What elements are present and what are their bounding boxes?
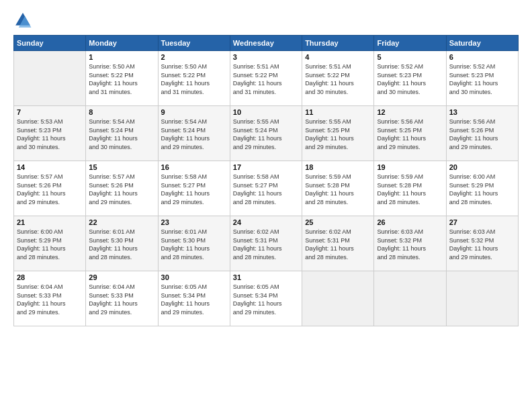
day-number: 3 [233,53,299,61]
weekday-header: Wednesday [230,36,302,51]
day-info: Sunrise: 5:59 AM Sunset: 5:28 PM Dayligh… [377,173,443,206]
day-info: Sunrise: 5:58 AM Sunset: 5:27 PM Dayligh… [233,173,299,206]
header-area [13,11,519,30]
calendar-cell: 3Sunrise: 5:51 AM Sunset: 5:22 PM Daylig… [230,51,302,106]
day-number: 1 [89,53,154,61]
day-info: Sunrise: 6:02 AM Sunset: 5:31 PM Dayligh… [233,228,299,261]
day-info: Sunrise: 5:50 AM Sunset: 5:22 PM Dayligh… [89,62,154,96]
calendar-cell: 10Sunrise: 5:55 AM Sunset: 5:24 PM Dayli… [230,106,302,161]
day-info: Sunrise: 5:51 AM Sunset: 5:22 PM Dayligh… [305,62,371,96]
day-info: Sunrise: 5:55 AM Sunset: 5:24 PM Dayligh… [233,118,299,151]
day-number: 8 [89,108,154,116]
calendar-cell: 15Sunrise: 5:57 AM Sunset: 5:26 PM Dayli… [86,161,158,216]
day-info: Sunrise: 6:00 AM Sunset: 5:29 PM Dayligh… [449,173,515,206]
day-number: 7 [17,108,83,116]
calendar-cell: 7Sunrise: 5:53 AM Sunset: 5:23 PM Daylig… [14,106,86,161]
day-number: 17 [233,163,299,171]
day-number: 14 [17,163,83,171]
calendar-cell: 26Sunrise: 6:03 AM Sunset: 5:32 PM Dayli… [374,216,446,271]
calendar-cell: 27Sunrise: 6:03 AM Sunset: 5:32 PM Dayli… [446,216,518,271]
day-number: 15 [89,163,154,171]
weekday-header: Monday [86,36,158,51]
day-number: 22 [89,218,154,226]
day-info: Sunrise: 5:58 AM Sunset: 5:27 PM Dayligh… [161,173,227,206]
weekday-header-row: SundayMondayTuesdayWednesdayThursdayFrid… [14,36,519,51]
day-info: Sunrise: 6:02 AM Sunset: 5:31 PM Dayligh… [305,228,371,261]
calendar-cell: 17Sunrise: 5:58 AM Sunset: 5:27 PM Dayli… [230,161,302,216]
day-number: 23 [161,218,227,226]
calendar-cell: 18Sunrise: 5:59 AM Sunset: 5:28 PM Dayli… [302,161,374,216]
day-number: 2 [161,53,227,61]
day-number: 30 [161,273,227,281]
calendar-cell: 16Sunrise: 5:58 AM Sunset: 5:27 PM Dayli… [158,161,230,216]
day-number: 6 [449,53,515,61]
day-info: Sunrise: 5:57 AM Sunset: 5:26 PM Dayligh… [89,173,154,206]
day-number: 19 [377,163,443,171]
day-number: 31 [233,273,299,281]
calendar-cell: 11Sunrise: 5:55 AM Sunset: 5:25 PM Dayli… [302,106,374,161]
calendar-cell: 23Sunrise: 6:01 AM Sunset: 5:30 PM Dayli… [158,216,230,271]
calendar-cell: 1Sunrise: 5:50 AM Sunset: 5:22 PM Daylig… [86,51,158,106]
day-number: 20 [449,163,515,171]
day-number: 12 [377,108,443,116]
weekday-header: Thursday [302,36,374,51]
day-number: 10 [233,108,299,116]
calendar-cell [14,51,86,106]
day-number: 25 [305,218,371,226]
day-number: 27 [449,218,515,226]
day-number: 9 [161,108,227,116]
calendar-cell: 22Sunrise: 6:01 AM Sunset: 5:30 PM Dayli… [86,216,158,271]
calendar-cell: 19Sunrise: 5:59 AM Sunset: 5:28 PM Dayli… [374,161,446,216]
day-info: Sunrise: 6:05 AM Sunset: 5:34 PM Dayligh… [233,283,299,316]
day-number: 28 [17,273,83,281]
calendar-cell: 31Sunrise: 6:05 AM Sunset: 5:34 PM Dayli… [230,271,302,326]
day-number: 21 [17,218,83,226]
calendar-cell: 28Sunrise: 6:04 AM Sunset: 5:33 PM Dayli… [14,271,86,326]
calendar-cell: 25Sunrise: 6:02 AM Sunset: 5:31 PM Dayli… [302,216,374,271]
calendar-week-row: 28Sunrise: 6:04 AM Sunset: 5:33 PM Dayli… [14,271,519,326]
logo-icon [13,11,32,30]
calendar-cell: 30Sunrise: 6:05 AM Sunset: 5:34 PM Dayli… [158,271,230,326]
day-number: 16 [161,163,227,171]
day-number: 4 [305,53,371,61]
weekday-header: Tuesday [158,36,230,51]
day-info: Sunrise: 5:50 AM Sunset: 5:22 PM Dayligh… [161,62,227,96]
calendar-cell: 13Sunrise: 5:56 AM Sunset: 5:26 PM Dayli… [446,106,518,161]
calendar-week-row: 21Sunrise: 6:00 AM Sunset: 5:29 PM Dayli… [14,216,519,271]
calendar-week-row: 1Sunrise: 5:50 AM Sunset: 5:22 PM Daylig… [14,51,519,106]
day-info: Sunrise: 5:57 AM Sunset: 5:26 PM Dayligh… [17,173,83,206]
day-info: Sunrise: 5:54 AM Sunset: 5:24 PM Dayligh… [161,118,227,151]
calendar-cell: 6Sunrise: 5:52 AM Sunset: 5:23 PM Daylig… [446,51,518,106]
calendar-page: SundayMondayTuesdayWednesdayThursdayFrid… [0,0,532,411]
day-info: Sunrise: 6:01 AM Sunset: 5:30 PM Dayligh… [89,228,154,261]
calendar-cell: 9Sunrise: 5:54 AM Sunset: 5:24 PM Daylig… [158,106,230,161]
day-number: 11 [305,108,371,116]
logo [13,11,35,30]
calendar-cell: 20Sunrise: 6:00 AM Sunset: 5:29 PM Dayli… [446,161,518,216]
day-info: Sunrise: 5:52 AM Sunset: 5:23 PM Dayligh… [377,62,443,96]
calendar-cell: 8Sunrise: 5:54 AM Sunset: 5:24 PM Daylig… [86,106,158,161]
calendar-week-row: 7Sunrise: 5:53 AM Sunset: 5:23 PM Daylig… [14,106,519,161]
calendar-cell: 2Sunrise: 5:50 AM Sunset: 5:22 PM Daylig… [158,51,230,106]
day-info: Sunrise: 5:56 AM Sunset: 5:25 PM Dayligh… [377,118,443,151]
day-number: 13 [449,108,515,116]
calendar-cell: 24Sunrise: 6:02 AM Sunset: 5:31 PM Dayli… [230,216,302,271]
day-info: Sunrise: 5:52 AM Sunset: 5:23 PM Dayligh… [449,62,515,96]
day-number: 24 [233,218,299,226]
calendar-cell: 5Sunrise: 5:52 AM Sunset: 5:23 PM Daylig… [374,51,446,106]
day-info: Sunrise: 6:04 AM Sunset: 5:33 PM Dayligh… [17,283,83,316]
day-info: Sunrise: 5:54 AM Sunset: 5:24 PM Dayligh… [89,118,154,151]
weekday-header: Sunday [14,36,86,51]
calendar-cell: 21Sunrise: 6:00 AM Sunset: 5:29 PM Dayli… [14,216,86,271]
day-info: Sunrise: 6:04 AM Sunset: 5:33 PM Dayligh… [89,283,154,316]
calendar-table: SundayMondayTuesdayWednesdayThursdayFrid… [13,35,519,326]
calendar-cell [302,271,374,326]
day-number: 18 [305,163,371,171]
day-info: Sunrise: 6:05 AM Sunset: 5:34 PM Dayligh… [161,283,227,316]
day-info: Sunrise: 5:56 AM Sunset: 5:26 PM Dayligh… [449,118,515,151]
day-info: Sunrise: 5:53 AM Sunset: 5:23 PM Dayligh… [17,118,83,151]
day-number: 26 [377,218,443,226]
day-number: 29 [89,273,154,281]
day-info: Sunrise: 6:01 AM Sunset: 5:30 PM Dayligh… [161,228,227,261]
weekday-header: Friday [374,36,446,51]
